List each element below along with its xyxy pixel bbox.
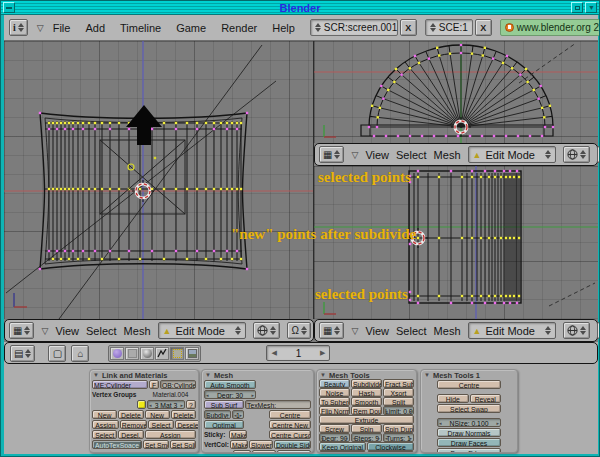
mode-dropdown[interactable]: ▲Edit Mode — [468, 322, 557, 339]
collapse-menus-icon[interactable]: ▽ — [41, 326, 48, 336]
material-question-button[interactable]: ? — [186, 400, 196, 409]
limit-field[interactable]: Limit: 0.001 — [383, 406, 414, 415]
menu-file[interactable]: File — [53, 22, 71, 34]
texface-make-button[interactable]: Make — [233, 450, 251, 453]
menu-mesh[interactable]: Mesh — [434, 149, 461, 161]
context-shading-button[interactable] — [140, 347, 154, 360]
panel-collapse-icon[interactable]: ▼ — [424, 372, 430, 378]
extrude-button[interactable]: Extrude — [319, 415, 414, 424]
editor-type-button[interactable]: ▤ — [10, 345, 35, 362]
rem-doubles-button[interactable]: Rem Doubl — [351, 406, 382, 415]
vgroup-remove-button[interactable]: Remove — [120, 420, 147, 429]
degr-field[interactable]: Degr: 30 — [204, 390, 256, 399]
draw-faces-toggle[interactable]: Draw Faces — [437, 438, 501, 447]
scene-selector[interactable]: SCE:1 — [425, 19, 473, 36]
faster-draw-button[interactable]: FasterDr — [252, 450, 276, 453]
material-assign-button[interactable]: Assign — [145, 430, 197, 439]
collapse-menus-icon[interactable]: ▽ — [351, 326, 358, 336]
editor-type-button[interactable]: ▦ — [319, 146, 344, 163]
screen-selector[interactable]: SCR:screen.001 — [310, 19, 398, 36]
spin-button[interactable]: Spin — [351, 424, 382, 433]
window-shade-button[interactable]: ▼ — [585, 2, 597, 13]
material-delete-button[interactable]: Delete — [171, 410, 196, 419]
double-sided-toggle[interactable]: Double Sided — [274, 440, 311, 449]
hash-button[interactable]: Hash — [351, 388, 382, 397]
vertcol-make-button[interactable]: Make — [230, 440, 248, 449]
centre-new-button[interactable]: Centre New — [269, 420, 311, 429]
smooth-button[interactable]: Smooth — [351, 397, 382, 406]
panel-alignment-button[interactable]: ▢ — [48, 345, 66, 362]
subsurf-toggle[interactable]: Sub Surf — [204, 400, 244, 409]
menu-select[interactable]: Select — [86, 325, 117, 337]
centre-cursor-button[interactable]: Centre Cursor — [269, 430, 311, 439]
editor-type-button[interactable]: i — [9, 19, 28, 36]
panel-collapse-icon[interactable]: ▼ — [93, 372, 99, 378]
mode-dropdown[interactable]: ▲Edit Mode — [468, 146, 557, 163]
optimal-toggle[interactable]: Optimal — [204, 420, 244, 429]
centre-button[interactable]: Centre — [269, 410, 311, 419]
context-scene-button[interactable] — [185, 347, 199, 360]
vgroup-select-button[interactable]: Select — [92, 430, 117, 439]
auto-smooth-toggle[interactable]: Auto Smooth — [204, 380, 256, 389]
collapse-menus-icon[interactable]: ▽ — [37, 23, 44, 33]
menu-view[interactable]: View — [365, 149, 389, 161]
sticky-make-button[interactable]: Make — [229, 430, 247, 439]
blender-org-badge[interactable]: www.blender.org 231 — [500, 19, 600, 36]
flip-norm-button[interactable]: Flip Norm — [319, 406, 350, 415]
slower-draw-button[interactable]: SlowerDr — [249, 440, 273, 449]
fake-user-button[interactable]: F — [149, 380, 159, 389]
viewport-front[interactable] — [4, 41, 314, 319]
menu-help[interactable]: Help — [272, 22, 295, 34]
keep-original-toggle[interactable]: Keep Original — [319, 442, 366, 451]
menu-select[interactable]: Select — [396, 325, 427, 337]
reveal-button[interactable]: Reveal — [470, 394, 502, 403]
subdiv-field[interactable]: Subdiv: 1 — [204, 410, 231, 419]
menu-timeline[interactable]: Timeline — [120, 22, 161, 34]
clockwise-toggle[interactable]: Clockwise — [367, 442, 414, 451]
set-smooth-button[interactable]: Set Smoo — [143, 440, 169, 449]
menu-select[interactable]: Select — [396, 149, 427, 161]
shading-dropdown[interactable] — [563, 146, 590, 163]
menu-render[interactable]: Render — [221, 22, 257, 34]
mode-dropdown[interactable]: ▲Edit Mode — [158, 322, 247, 339]
menu-game[interactable]: Game — [176, 22, 206, 34]
select-swap-button[interactable]: Select Swap — [437, 404, 501, 413]
centre-button[interactable]: Centre — [437, 380, 501, 389]
nsize-field[interactable]: NSize: 0.100 — [437, 418, 501, 427]
material-select-button[interactable]: Select — [148, 420, 175, 429]
beauty-toggle[interactable]: Beauty — [319, 379, 350, 388]
hide-button[interactable]: Hide — [437, 394, 469, 403]
viewport-top[interactable] — [314, 41, 598, 143]
extrude-dup-button[interactable]: Extrude Dup — [319, 451, 366, 453]
vgroup-new-button[interactable]: New — [92, 410, 117, 419]
menu-mesh[interactable]: Mesh — [434, 325, 461, 337]
subdivide-button[interactable]: Subdivide — [351, 379, 382, 388]
mesh-datablock-dropdown[interactable]: ME:Cylinder — [92, 380, 148, 389]
steps-field[interactable]: Steps: 9 — [351, 433, 382, 442]
texmesh-field[interactable]: TexMesh: — [245, 400, 311, 409]
scene-delete-button[interactable]: X — [475, 19, 492, 36]
vgroup-delete-button[interactable]: Delete — [118, 410, 143, 419]
to-sphere-button[interactable]: To Sphere — [319, 397, 350, 406]
context-script-button[interactable] — [125, 347, 139, 360]
autotexspace-toggle[interactable]: AutoTexSpace — [92, 440, 142, 449]
pivot-dropdown[interactable]: Ω — [287, 322, 310, 339]
material-deselect-button[interactable]: Deselect — [175, 420, 199, 429]
turns-field[interactable]: Turns: 1 — [383, 433, 414, 442]
fract-sub-button[interactable]: Fract Sub — [383, 379, 414, 388]
split-button[interactable]: Split — [383, 397, 414, 406]
draw-edges-toggle[interactable]: Draw Edges — [437, 448, 501, 453]
titlebar[interactable]: Blender ▼ — [1, 1, 599, 15]
frame-number-field[interactable]: ◀ 1 ▶ — [266, 345, 330, 361]
window-maximize-button[interactable] — [571, 2, 583, 13]
material-index-field[interactable]: 3 Mat 3 — [147, 400, 185, 409]
screw-button[interactable]: Screw — [319, 424, 350, 433]
context-object-button[interactable] — [155, 347, 169, 360]
screen-delete-button[interactable]: X — [400, 19, 417, 36]
panel-collapse-icon[interactable]: ▼ — [205, 372, 211, 378]
collapse-menus-icon[interactable]: ▽ — [351, 150, 358, 160]
frame-next-icon[interactable]: ▶ — [320, 349, 325, 357]
menu-view[interactable]: View — [55, 325, 79, 337]
subdiv-render-field[interactable]: 1 — [232, 410, 244, 419]
vgroup-assign-button[interactable]: Assign — [92, 420, 119, 429]
